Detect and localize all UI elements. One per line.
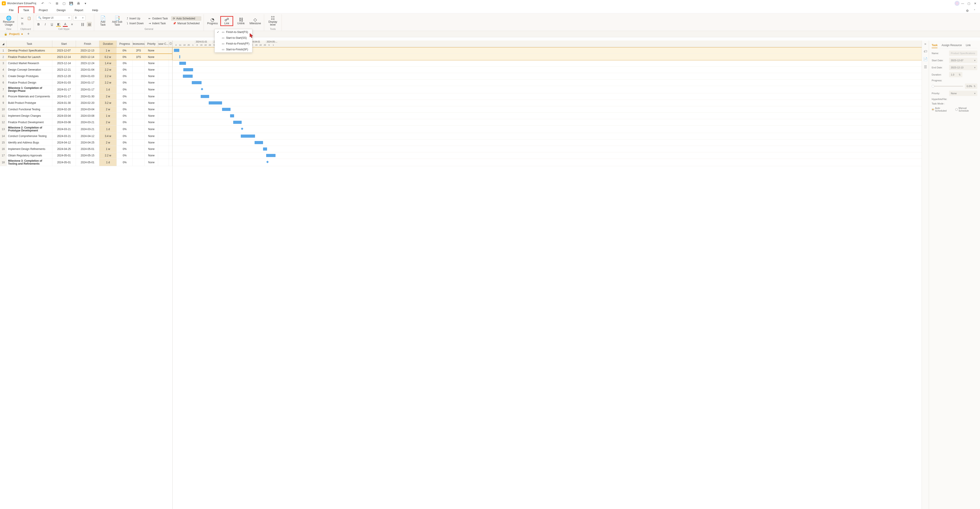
gantt-bar[interactable] [209,101,222,105]
gantt-bar[interactable] [266,154,275,157]
progress-button[interactable]: ◔Progress [206,17,219,25]
col-predecessors[interactable]: lecescess [133,41,145,47]
col-resource[interactable]: sour C... [158,41,169,47]
copy-icon[interactable]: ⎘ [20,21,25,26]
bold-button[interactable]: B [36,22,41,27]
menu-file[interactable]: File [5,7,18,13]
prop-auto-radio[interactable]: Auto Scheduled [932,107,952,112]
auto-scheduled-button[interactable]: ⟳Auto Scheduled [171,16,201,21]
font-family-select[interactable]: 🔍 Segoe UI▾ [36,15,72,21]
col-task[interactable]: Task [7,41,52,47]
gantt-bar[interactable] [241,135,255,138]
table-row[interactable]: 8Procure Materials and Components2024-01… [0,93,172,100]
col-priority[interactable]: Priority [145,41,158,47]
gantt-row[interactable] [173,119,922,126]
gantt-row[interactable] [173,73,922,80]
italic-button[interactable]: I [43,22,48,27]
outdent-button[interactable]: ⇤Outdent Task [147,16,170,21]
link-type-ff[interactable]: ▭Finish-to-Finish(FF) [215,41,252,46]
manual-scheduled-button[interactable]: 📌Manual Scheduled [171,21,201,25]
prop-end-field[interactable]: 2023-12-13▾ [949,65,977,70]
minimize-button[interactable]: — [959,1,966,6]
gantt-milestone[interactable] [266,161,269,163]
prop-name-field[interactable]: Product Specifications [949,51,977,56]
indent-button[interactable]: ⇥Indent Task [147,21,170,25]
prop-tab-task[interactable]: Task [932,43,937,48]
table-row[interactable]: 7Milestone 1: Completion of Design Phase… [0,86,172,93]
link-type-ss[interactable]: ▭Start-to-Start(SS) [215,35,252,41]
gantt-bar[interactable] [255,141,263,144]
add-tab-button[interactable]: + [27,32,30,36]
gantt-row[interactable] [173,80,922,86]
undo-icon[interactable]: ↶ [40,1,45,6]
gantt-row[interactable] [173,86,922,93]
doctab-project1[interactable]: 🔒 Project1 [2,32,25,37]
gantt-bar[interactable] [174,49,179,52]
menu-help[interactable]: Help [88,7,103,13]
open-icon[interactable]: ▢ [62,1,67,6]
gantt-milestone[interactable] [241,127,243,130]
link-button[interactable]: ☍Link [220,16,233,26]
table-row[interactable]: 12Finalize Product Development2024-03-08… [0,119,172,126]
settings-icon[interactable]: ⚙ [965,8,970,13]
gantt-row[interactable] [173,153,922,159]
col-progress[interactable]: Progress [117,41,133,47]
gantt-row[interactable] [173,47,922,54]
prop-tab-link[interactable]: Link [966,43,970,48]
profile-icon[interactable] [955,1,959,6]
table-row[interactable]: 1Develop Product Specifications2023-12-0… [0,47,172,54]
display-level-button[interactable]: ☷Display level [266,15,279,27]
gantt-row[interactable] [173,140,922,146]
prop-progress-slider[interactable] [932,86,963,87]
gantt-bar[interactable] [233,121,242,124]
insert-up-button[interactable]: ⤴Insert Up [125,16,145,21]
qat-more-icon[interactable]: ▾ [83,1,88,6]
menu-project[interactable]: Project [34,7,52,13]
gantt-row[interactable] [173,133,922,140]
expand-panel-icon[interactable]: » [924,42,926,46]
align-button[interactable]: ≡ [70,22,75,27]
filter-panel-icon[interactable]: ☰ [924,65,927,69]
gantt-row[interactable] [173,106,922,113]
columns-button[interactable]: ‖‖ [80,22,85,27]
gantt-row[interactable] [173,100,922,106]
table-row[interactable]: 15 Identify and Address Bugs2024-04-1220… [0,140,172,146]
link-type-sf[interactable]: ▭Start-to-Finish(SF) [215,46,252,52]
gantt-row[interactable] [173,113,922,119]
menu-task[interactable]: Task [18,6,34,13]
gantt-bar[interactable] [179,62,186,65]
cut-icon[interactable]: ✂ [20,16,25,21]
table-row[interactable]: 4Design Concept Generation2023-12-212024… [0,67,172,73]
prop-start-field[interactable]: 2023-12-07▾ [949,58,977,63]
add-task-button[interactable]: 📄Add Task [97,15,109,27]
gantt-bar[interactable] [200,95,209,98]
gantt-row[interactable] [173,93,922,100]
table-row[interactable]: 6Finalize Product Design2024-01-032024-0… [0,80,172,86]
gantt-chart[interactable]: 2024-01-012024-02-012024-03-012024-04-01… [173,41,922,509]
col-indicators[interactable]: ⓘ [169,41,172,47]
resource-usage-button[interactable]: 🌐 Resource Usage [2,15,15,27]
table-row[interactable]: 11Implement Design Changes2024-03-042024… [0,113,172,119]
gantt-row[interactable] [173,146,922,153]
wrap-button[interactable]: ▤ [87,22,92,27]
gantt-row[interactable] [173,60,922,67]
redo-icon[interactable]: ↷ [48,1,52,6]
gantt-bar[interactable] [230,114,234,118]
gantt-bar[interactable] [183,68,193,71]
prop-duration-field[interactable]: 1.0⇅ [949,72,963,77]
gantt-row[interactable] [173,126,922,133]
add-subtask-button[interactable]: 📑Add Sub Task [111,15,124,27]
table-row[interactable]: 2Finalize Product for Launch2023-12-1420… [0,54,172,60]
col-finish[interactable]: Finish [76,41,100,47]
table-row[interactable]: 18Milestone 3: Completion of Testing and… [0,159,172,166]
col-start[interactable]: Start [52,41,76,47]
prop-priority-field[interactable]: None▾ [949,91,977,96]
notes-panel-icon[interactable]: 📄 [923,57,928,61]
col-index[interactable]: ◢ [0,41,7,47]
collapse-ribbon-icon[interactable]: ˄ [972,8,977,13]
menu-report[interactable]: Report [70,7,88,13]
gantt-bar[interactable] [263,148,267,151]
gantt-row[interactable] [173,54,922,60]
table-row[interactable]: 16Implement Design Refinements2024-04-25… [0,146,172,153]
maximize-button[interactable]: ▢ [966,1,972,6]
